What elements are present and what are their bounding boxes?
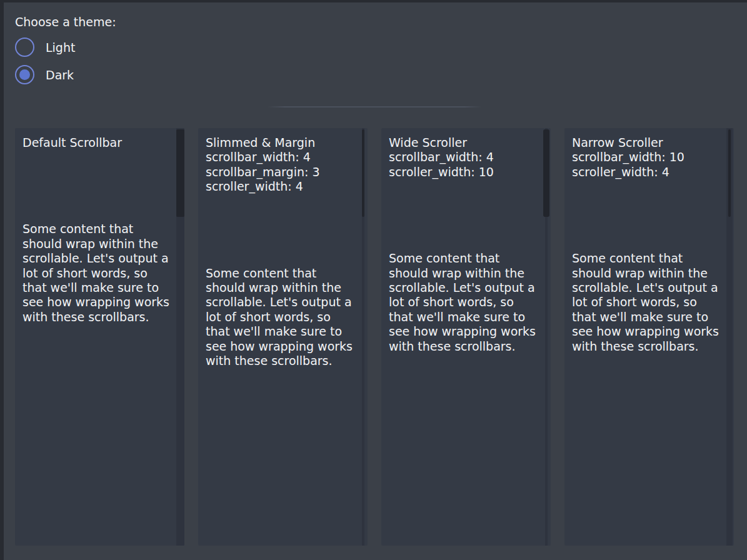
panel-param: scrollbar_width: 4 — [206, 150, 356, 164]
radio-option-dark[interactable]: Dark — [15, 65, 116, 84]
panel-title: Default Scrollbar — [23, 136, 173, 150]
radio-unselected-icon[interactable] — [15, 38, 34, 57]
scrollbar-demo-row: Default Scrollbar Some content that shou… — [15, 128, 734, 546]
panel-wide-scroller[interactable]: Wide Scroller scrollbar_width: 4 scrolle… — [381, 128, 551, 546]
panel-title: Wide Scroller — [389, 136, 539, 150]
window-frame-top-edge — [0, 0, 747, 2]
radio-selected-icon[interactable] — [15, 65, 34, 84]
panel-header: Narrow Scroller scrollbar_width: 10 scro… — [572, 136, 722, 179]
panel-content-text: Some content that should wrap within the… — [572, 251, 722, 354]
panel-content-text: Some content that should wrap within the… — [23, 222, 173, 324]
window-frame-left-edge — [0, 0, 4, 560]
panel-header: Default Scrollbar — [23, 136, 173, 150]
scrollbar-thumb[interactable] — [362, 129, 364, 217]
scrollbar-thumb[interactable] — [176, 129, 184, 217]
scrollbar-track[interactable] — [362, 128, 364, 546]
scrollbar-track[interactable] — [726, 128, 733, 546]
panel-param: scrollbar_width: 10 — [572, 150, 722, 164]
panel-param: scroller_width: 4 — [206, 179, 356, 194]
radio-option-light[interactable]: Light — [15, 38, 116, 57]
radio-dot — [19, 69, 30, 80]
panel-narrow-scroller[interactable]: Narrow Scroller scrollbar_width: 10 scro… — [564, 128, 734, 546]
radio-option-light-label[interactable]: Light — [46, 41, 75, 54]
panel-content-text: Some content that should wrap within the… — [389, 251, 539, 354]
panel-header: Slimmed & Margin scrollbar_width: 4 scro… — [206, 136, 356, 194]
panel-slimmed-margin[interactable]: Slimmed & Margin scrollbar_width: 4 scro… — [198, 128, 368, 546]
section-divider — [268, 106, 482, 108]
scrollbar-track[interactable] — [543, 128, 549, 546]
radio-dot — [19, 42, 30, 52]
scrollbar-track[interactable] — [176, 128, 184, 546]
panel-param: scroller_width: 10 — [389, 165, 539, 179]
panel-default-scrollbar[interactable]: Default Scrollbar Some content that shou… — [15, 128, 184, 546]
panel-content-text: Some content that should wrap within the… — [206, 266, 356, 369]
panel-param: scrollbar_width: 4 — [389, 150, 539, 164]
panel-title: Slimmed & Margin — [206, 136, 356, 150]
theme-chooser: Choose a theme: Light Dark — [15, 15, 116, 84]
panel-header: Wide Scroller scrollbar_width: 4 scrolle… — [389, 136, 539, 179]
panel-param: scroller_width: 4 — [572, 165, 722, 179]
scrollbar-thumb[interactable] — [728, 129, 731, 217]
scrollbar-thumb[interactable] — [543, 129, 549, 217]
theme-chooser-label: Choose a theme: — [15, 15, 116, 29]
panel-title: Narrow Scroller — [572, 136, 722, 150]
radio-option-dark-label[interactable]: Dark — [46, 68, 74, 82]
panel-param: scrollbar_margin: 3 — [206, 165, 356, 179]
